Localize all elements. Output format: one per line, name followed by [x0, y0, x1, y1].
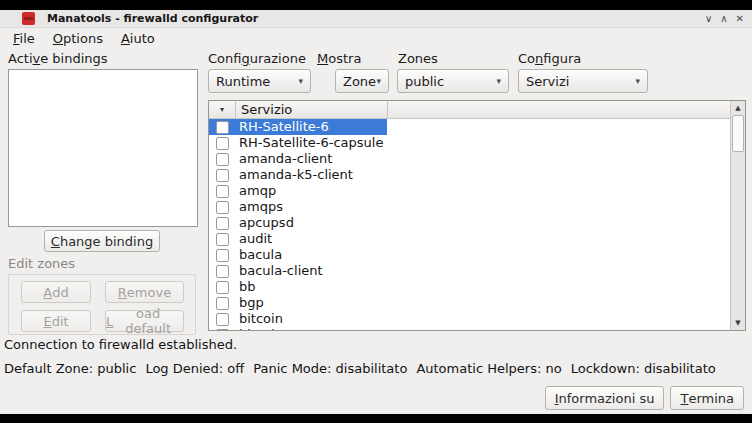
service-checkbox[interactable]	[216, 265, 229, 278]
service-row[interactable]: bb	[209, 279, 730, 295]
status-item: Lockdown: disabilitato	[571, 361, 716, 376]
service-row-band: audit	[209, 231, 387, 247]
active-bindings-label: Active bindings	[8, 51, 108, 66]
quit-button[interactable]: Termina	[670, 386, 744, 410]
service-checkbox[interactable]	[216, 153, 229, 166]
service-row[interactable]: amanda-k5-client	[209, 167, 730, 183]
service-checkbox[interactable]	[216, 249, 229, 262]
configuration-label: Configurazione	[208, 51, 306, 66]
service-row-band: bitcoin	[209, 311, 387, 327]
service-checkbox[interactable]	[216, 201, 229, 214]
zones-select[interactable]: public ▾	[397, 69, 509, 93]
connection-status: Connection to firewalld established.	[4, 337, 237, 352]
service-row[interactable]: RH-Satellite-6	[209, 119, 730, 135]
service-name: amanda-k5-client	[239, 167, 353, 183]
app-window: Manatools - firewalld configurator ∨ ∧ ✕…	[0, 10, 752, 414]
scroll-up-icon[interactable]: ▲	[731, 101, 745, 115]
service-row[interactable]: bitcoin	[209, 311, 730, 327]
service-name: bitcoin	[239, 311, 283, 327]
service-row[interactable]: amqp	[209, 183, 730, 199]
service-row-band: apcupsd	[209, 215, 387, 231]
service-row-band: amqps	[209, 199, 387, 215]
change-binding-button[interactable]: Change binding	[44, 230, 160, 252]
app-icon-band	[24, 17, 33, 20]
about-button[interactable]: Informazioni su	[545, 386, 665, 410]
service-row[interactable]: audit	[209, 231, 730, 247]
chevron-down-icon: ▾	[635, 76, 647, 86]
sort-indicator-icon: ▾	[220, 105, 224, 114]
remove-zone-button[interactable]: Remove	[105, 281, 184, 303]
services-table: ▾ Servizio RH-Satellite-6 RH-Satellite-6…	[208, 100, 746, 331]
service-name: audit	[239, 231, 272, 247]
view-select[interactable]: Zones ▾	[335, 69, 389, 93]
service-checkbox[interactable]	[216, 137, 229, 150]
status-label: Lockdown:	[571, 361, 640, 376]
service-column-header[interactable]: Servizio	[236, 102, 292, 117]
scrollbar-thumb[interactable]	[732, 115, 744, 152]
service-name: bgp	[239, 295, 264, 311]
maximize-icon[interactable]: ∧	[720, 12, 727, 26]
service-row[interactable]: amqps	[209, 199, 730, 215]
service-row[interactable]: bgp	[209, 295, 730, 311]
scroll-down-icon[interactable]: ▼	[731, 316, 745, 330]
status-label: Automatic Helpers:	[416, 361, 541, 376]
configure-select[interactable]: Servizi ▾	[518, 69, 648, 93]
menu-aiuto[interactable]: Aiuto	[112, 30, 164, 47]
service-name: bb	[239, 279, 256, 295]
service-row[interactable]: amanda-client	[209, 151, 730, 167]
service-checkbox[interactable]	[216, 297, 229, 310]
add-zone-button[interactable]: Add	[21, 281, 91, 303]
service-checkbox[interactable]	[216, 329, 229, 331]
service-row-band: bitcoin-rpc	[209, 327, 387, 330]
status-item: Default Zone: public	[4, 361, 136, 376]
vertical-scrollbar[interactable]: ▲ ▼	[730, 101, 745, 330]
menu-file[interactable]: File	[4, 30, 44, 47]
status-value: public	[97, 361, 136, 376]
service-checkbox[interactable]	[216, 169, 229, 182]
service-checkbox[interactable]	[216, 217, 229, 230]
service-checkbox[interactable]	[216, 121, 229, 134]
service-row[interactable]: bitcoin-rpc	[209, 327, 730, 330]
load-default-button[interactable]: Load default	[105, 310, 184, 332]
status-details: Default Zone: publicLog Denied: offPanic…	[4, 361, 725, 376]
configure-label: Configura	[518, 51, 581, 66]
titlebar[interactable]: Manatools - firewalld configurator ∨ ∧ ✕	[0, 10, 752, 28]
service-row[interactable]: bacula	[209, 247, 730, 263]
menu-options[interactable]: Options	[44, 30, 112, 47]
main-content: Active bindings Change binding Edit zone…	[0, 48, 752, 414]
status-value: no	[545, 361, 561, 376]
configuration-value: Runtime	[209, 74, 298, 89]
service-list: RH-Satellite-6 RH-Satellite-6-capsule am…	[209, 119, 730, 330]
service-row[interactable]: bacula-client	[209, 263, 730, 279]
chevron-down-icon: ▾	[376, 76, 388, 86]
active-bindings-list[interactable]	[8, 69, 198, 227]
chevron-down-icon: ▾	[298, 76, 310, 86]
service-name: apcupsd	[239, 215, 294, 231]
service-name: RH-Satellite-6	[239, 119, 329, 135]
service-row-band: RH-Satellite-6-capsule	[209, 135, 387, 151]
service-row-band: RH-Satellite-6	[209, 119, 387, 135]
edit-zone-button[interactable]: Edit	[21, 310, 91, 332]
footer: Informazioni su Termina	[545, 386, 744, 410]
service-checkbox[interactable]	[216, 233, 229, 246]
service-row[interactable]: apcupsd	[209, 215, 730, 231]
close-icon[interactable]: ✕	[736, 12, 744, 26]
window-title: Manatools - firewalld configurator	[47, 12, 258, 25]
service-checkbox[interactable]	[216, 185, 229, 198]
status-item: Automatic Helpers: no	[416, 361, 561, 376]
app-icon	[22, 12, 35, 25]
minimize-icon[interactable]: ∨	[705, 12, 712, 26]
letterbox-bottom	[0, 414, 752, 423]
menubar: File Options Aiuto	[0, 28, 752, 48]
configuration-select[interactable]: Runtime ▾	[208, 69, 311, 93]
service-checkbox[interactable]	[216, 313, 229, 326]
service-row-band: bgp	[209, 295, 387, 311]
service-checkbox[interactable]	[216, 281, 229, 294]
service-row[interactable]: RH-Satellite-6-capsule	[209, 135, 730, 151]
status-label: Panic Mode:	[253, 361, 331, 376]
services-table-header: ▾ Servizio	[209, 101, 730, 119]
services-table-main: ▾ Servizio RH-Satellite-6 RH-Satellite-6…	[209, 101, 730, 330]
zones-label: Zones	[398, 51, 438, 66]
select-column-header[interactable]: ▾	[209, 101, 236, 118]
view-label: Mostra	[317, 51, 361, 66]
